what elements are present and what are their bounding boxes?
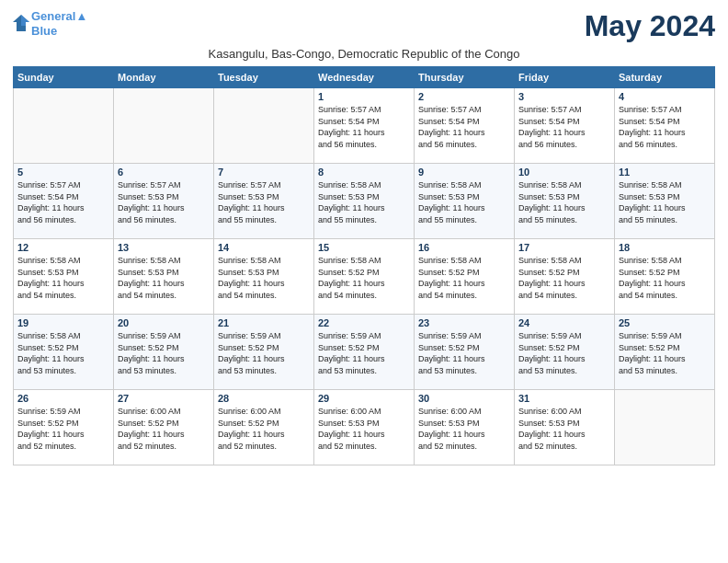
calendar-cell: 9Sunrise: 5:58 AM Sunset: 5:53 PM Daylig… <box>415 164 515 239</box>
day-number: 20 <box>118 317 210 328</box>
day-number: 25 <box>619 317 711 328</box>
calendar-cell: 1Sunrise: 5:57 AM Sunset: 5:54 PM Daylig… <box>314 88 415 164</box>
calendar-week-1: 1Sunrise: 5:57 AM Sunset: 5:54 PM Daylig… <box>14 88 715 164</box>
calendar-cell: 14Sunrise: 5:58 AM Sunset: 5:53 PM Dayli… <box>214 239 314 315</box>
day-info: Sunrise: 5:57 AM Sunset: 5:54 PM Dayligh… <box>518 104 610 150</box>
day-info: Sunrise: 5:58 AM Sunset: 5:53 PM Dayligh… <box>218 255 310 301</box>
calendar-cell: 5Sunrise: 5:57 AM Sunset: 5:54 PM Daylig… <box>14 164 114 239</box>
day-info: Sunrise: 5:58 AM Sunset: 5:53 PM Dayligh… <box>518 179 610 225</box>
month-title: May 2024 <box>585 9 715 43</box>
calendar-cell: 2Sunrise: 5:57 AM Sunset: 5:54 PM Daylig… <box>415 88 515 164</box>
calendar-cell: 27Sunrise: 6:00 AM Sunset: 5:52 PM Dayli… <box>114 390 214 465</box>
calendar-table: SundayMondayTuesdayWednesdayThursdayFrid… <box>13 66 715 465</box>
day-number: 18 <box>619 242 711 253</box>
day-info: Sunrise: 6:00 AM Sunset: 5:53 PM Dayligh… <box>318 406 410 452</box>
day-number: 3 <box>518 91 610 102</box>
day-number: 1 <box>318 91 410 102</box>
day-number: 6 <box>118 167 210 178</box>
day-info: Sunrise: 5:59 AM Sunset: 5:52 PM Dayligh… <box>518 330 610 376</box>
calendar-cell: 13Sunrise: 5:58 AM Sunset: 5:53 PM Dayli… <box>114 239 214 315</box>
day-number: 15 <box>318 242 410 253</box>
calendar-cell: 16Sunrise: 5:58 AM Sunset: 5:52 PM Dayli… <box>415 239 515 315</box>
day-info: Sunrise: 5:58 AM Sunset: 5:53 PM Dayligh… <box>118 255 210 301</box>
day-info: Sunrise: 5:57 AM Sunset: 5:54 PM Dayligh… <box>418 104 510 150</box>
day-number: 31 <box>518 393 610 404</box>
day-info: Sunrise: 5:57 AM Sunset: 5:54 PM Dayligh… <box>318 104 410 150</box>
calendar-cell: 3Sunrise: 5:57 AM Sunset: 5:54 PM Daylig… <box>515 88 615 164</box>
calendar-cell: 30Sunrise: 6:00 AM Sunset: 5:53 PM Dayli… <box>415 390 515 465</box>
calendar-week-4: 19Sunrise: 5:58 AM Sunset: 5:52 PM Dayli… <box>14 315 715 390</box>
calendar-cell: 7Sunrise: 5:57 AM Sunset: 5:53 PM Daylig… <box>214 164 314 239</box>
day-number: 28 <box>218 393 310 404</box>
header: General▲ Blue May 2024 <box>13 9 715 43</box>
day-info: Sunrise: 6:00 AM Sunset: 5:52 PM Dayligh… <box>218 406 310 452</box>
calendar-cell: 25Sunrise: 5:59 AM Sunset: 5:52 PM Dayli… <box>615 315 715 390</box>
logo-text: General▲ Blue <box>31 9 87 38</box>
day-info: Sunrise: 5:58 AM Sunset: 5:53 PM Dayligh… <box>17 255 109 301</box>
calendar-cell: 22Sunrise: 5:59 AM Sunset: 5:52 PM Dayli… <box>314 315 415 390</box>
logo-icon <box>13 13 29 33</box>
calendar-cell: 11Sunrise: 5:58 AM Sunset: 5:53 PM Dayli… <box>615 164 715 239</box>
day-number: 9 <box>418 167 510 178</box>
calendar-cell: 19Sunrise: 5:58 AM Sunset: 5:52 PM Dayli… <box>14 315 114 390</box>
logo-blue: Blue <box>31 24 87 39</box>
day-info: Sunrise: 5:59 AM Sunset: 5:52 PM Dayligh… <box>17 406 109 452</box>
calendar-cell: 29Sunrise: 6:00 AM Sunset: 5:53 PM Dayli… <box>314 390 415 465</box>
day-info: Sunrise: 5:59 AM Sunset: 5:52 PM Dayligh… <box>118 330 210 376</box>
day-header-friday: Friday <box>515 67 615 88</box>
calendar-cell: 24Sunrise: 5:59 AM Sunset: 5:52 PM Dayli… <box>515 315 615 390</box>
day-number: 5 <box>17 167 109 178</box>
calendar-cell: 15Sunrise: 5:58 AM Sunset: 5:52 PM Dayli… <box>314 239 415 315</box>
calendar-cell: 17Sunrise: 5:58 AM Sunset: 5:52 PM Dayli… <box>515 239 615 315</box>
calendar-week-2: 5Sunrise: 5:57 AM Sunset: 5:54 PM Daylig… <box>14 164 715 239</box>
day-number: 10 <box>518 167 610 178</box>
calendar-cell: 12Sunrise: 5:58 AM Sunset: 5:53 PM Dayli… <box>14 239 114 315</box>
subtitle: Kasangulu, Bas-Congo, Democratic Republi… <box>13 47 715 61</box>
logo: General▲ Blue <box>13 9 87 38</box>
calendar-cell: 26Sunrise: 5:59 AM Sunset: 5:52 PM Dayli… <box>14 390 114 465</box>
calendar-cell: 6Sunrise: 5:57 AM Sunset: 5:53 PM Daylig… <box>114 164 214 239</box>
day-number: 22 <box>318 317 410 328</box>
day-number: 21 <box>218 317 310 328</box>
day-number: 12 <box>17 242 109 253</box>
calendar-cell: 20Sunrise: 5:59 AM Sunset: 5:52 PM Dayli… <box>114 315 214 390</box>
day-info: Sunrise: 5:57 AM Sunset: 5:53 PM Dayligh… <box>118 179 210 225</box>
day-number: 17 <box>518 242 610 253</box>
day-number: 4 <box>619 91 711 102</box>
day-header-tuesday: Tuesday <box>214 67 314 88</box>
day-info: Sunrise: 6:00 AM Sunset: 5:53 PM Dayligh… <box>518 406 610 452</box>
day-info: Sunrise: 5:59 AM Sunset: 5:52 PM Dayligh… <box>318 330 410 376</box>
day-number: 23 <box>418 317 510 328</box>
day-info: Sunrise: 6:00 AM Sunset: 5:53 PM Dayligh… <box>418 406 510 452</box>
day-info: Sunrise: 5:59 AM Sunset: 5:52 PM Dayligh… <box>218 330 310 376</box>
day-number: 7 <box>218 167 310 178</box>
day-header-monday: Monday <box>114 67 214 88</box>
day-number: 8 <box>318 167 410 178</box>
day-info: Sunrise: 5:57 AM Sunset: 5:53 PM Dayligh… <box>218 179 310 225</box>
calendar-cell: 23Sunrise: 5:59 AM Sunset: 5:52 PM Dayli… <box>415 315 515 390</box>
day-info: Sunrise: 5:58 AM Sunset: 5:52 PM Dayligh… <box>418 255 510 301</box>
day-number: 24 <box>518 317 610 328</box>
day-info: Sunrise: 5:58 AM Sunset: 5:52 PM Dayligh… <box>318 255 410 301</box>
day-header-saturday: Saturday <box>615 67 715 88</box>
day-info: Sunrise: 5:58 AM Sunset: 5:52 PM Dayligh… <box>518 255 610 301</box>
logo-general: General <box>31 9 75 23</box>
calendar-week-3: 12Sunrise: 5:58 AM Sunset: 5:53 PM Dayli… <box>14 239 715 315</box>
page: General▲ Blue May 2024 Kasangulu, Bas-Co… <box>0 0 728 563</box>
day-number: 2 <box>418 91 510 102</box>
day-number: 27 <box>118 393 210 404</box>
day-number: 30 <box>418 393 510 404</box>
day-info: Sunrise: 5:58 AM Sunset: 5:53 PM Dayligh… <box>619 179 711 225</box>
calendar-cell: 21Sunrise: 5:59 AM Sunset: 5:52 PM Dayli… <box>214 315 314 390</box>
day-info: Sunrise: 5:58 AM Sunset: 5:53 PM Dayligh… <box>318 179 410 225</box>
day-number: 26 <box>17 393 109 404</box>
day-number: 11 <box>619 167 711 178</box>
day-number: 29 <box>318 393 410 404</box>
day-info: Sunrise: 5:58 AM Sunset: 5:53 PM Dayligh… <box>418 179 510 225</box>
calendar-cell: 8Sunrise: 5:58 AM Sunset: 5:53 PM Daylig… <box>314 164 415 239</box>
calendar-cell: 31Sunrise: 6:00 AM Sunset: 5:53 PM Dayli… <box>515 390 615 465</box>
day-info: Sunrise: 5:58 AM Sunset: 5:52 PM Dayligh… <box>17 330 109 376</box>
calendar-cell <box>114 88 214 164</box>
day-number: 14 <box>218 242 310 253</box>
day-header-sunday: Sunday <box>14 67 114 88</box>
